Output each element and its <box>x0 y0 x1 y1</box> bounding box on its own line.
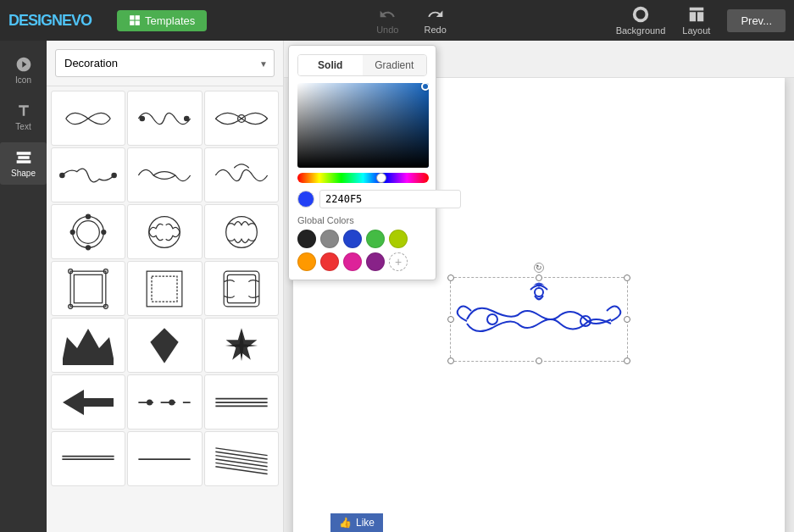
category-select[interactable]: Decoration Arrows Badges Frames Lines <box>55 49 275 77</box>
shape-item[interactable] <box>51 261 125 316</box>
shape-item[interactable] <box>127 147 202 202</box>
templates-label: Templates <box>145 14 195 27</box>
shape-item[interactable] <box>51 147 125 202</box>
tab-gradient[interactable]: Gradient <box>363 55 427 75</box>
svg-point-13 <box>86 214 91 219</box>
svg-rect-19 <box>70 271 106 307</box>
shape-item[interactable] <box>204 374 279 429</box>
preview-button[interactable]: Prev... <box>727 9 786 32</box>
hex-swatch <box>297 191 314 208</box>
sidebar-icons: Icon Text Shape <box>0 41 47 532</box>
global-color-dot[interactable] <box>297 230 316 248</box>
topbar: DESIGNEVO Templates Undo Redo Background… <box>0 0 794 41</box>
hue-slider-thumb <box>376 173 386 183</box>
svg-point-15 <box>86 245 91 249</box>
global-colors-grid: + <box>297 230 427 271</box>
templates-button[interactable]: Templates <box>117 10 207 31</box>
sidebar-item-icon[interactable]: Icon <box>0 49 47 91</box>
logo: DESIGNEVO <box>8 12 92 30</box>
svg-line-43 <box>215 466 267 474</box>
global-color-dot[interactable] <box>366 230 385 248</box>
global-color-dot[interactable] <box>343 230 362 248</box>
svg-rect-26 <box>152 276 177 302</box>
global-color-dot[interactable] <box>389 230 408 248</box>
svg-point-6 <box>141 116 145 120</box>
background-button[interactable]: Background <box>616 5 666 36</box>
shape-item[interactable] <box>127 374 202 429</box>
svg-point-31 <box>170 400 175 404</box>
shape-item[interactable] <box>51 91 125 146</box>
shape-item[interactable] <box>127 91 202 146</box>
shape-item[interactable] <box>51 204 125 259</box>
main-content: Icon Text Shape Decoration Arrows Badges… <box>0 41 794 532</box>
selection-container: ↻ <box>450 277 628 362</box>
svg-line-41 <box>215 452 267 459</box>
global-color-dot[interactable] <box>320 252 339 271</box>
svg-point-12 <box>77 220 100 243</box>
tab-solid[interactable]: Solid <box>298 55 363 75</box>
shapes-grid <box>47 86 283 490</box>
svg-point-30 <box>147 400 152 404</box>
global-color-dot[interactable] <box>297 252 316 271</box>
shape-item[interactable] <box>127 261 202 316</box>
color-tab-row: Solid Gradient <box>297 54 427 76</box>
shape-item[interactable] <box>51 318 125 373</box>
shape-item[interactable] <box>204 204 279 259</box>
svg-rect-27 <box>224 271 259 307</box>
shape-item[interactable] <box>204 431 279 486</box>
gradient-cursor[interactable] <box>421 83 429 91</box>
svg-rect-0 <box>130 15 134 19</box>
canvas-element[interactable]: ↻ <box>450 277 628 362</box>
layout-button[interactable]: Layout <box>682 5 710 36</box>
hue-slider[interactable] <box>297 173 429 183</box>
color-picker-popup: Solid Gradient Global Colors <box>288 45 436 280</box>
shapes-panel: Decoration Arrows Badges Frames Lines <box>47 41 284 532</box>
shape-item[interactable] <box>127 204 202 259</box>
svg-point-10 <box>112 173 116 177</box>
topbar-right: Background Layout Prev... <box>616 5 786 36</box>
shape-item[interactable] <box>51 374 125 429</box>
shape-item[interactable] <box>204 91 279 146</box>
rotate-handle[interactable]: ↻ <box>534 263 544 273</box>
shapes-header: Decoration Arrows Badges Frames Lines <box>47 41 283 86</box>
svg-point-14 <box>102 230 106 234</box>
svg-line-40 <box>215 463 267 470</box>
fb-like-thumb: 👍 <box>339 517 352 529</box>
sidebar-item-text[interactable]: Text <box>0 96 47 138</box>
global-color-dot[interactable] <box>343 252 362 271</box>
shape-item[interactable] <box>204 318 279 373</box>
svg-line-39 <box>215 459 267 467</box>
logo-evo: EVO <box>62 12 92 29</box>
svg-rect-2 <box>130 21 134 25</box>
fb-like-label: Like <box>356 517 375 529</box>
shape-item[interactable] <box>204 261 279 316</box>
svg-point-50 <box>487 314 497 324</box>
shape-item[interactable] <box>204 147 279 202</box>
hex-input[interactable] <box>319 190 461 208</box>
svg-point-16 <box>70 230 75 234</box>
color-gradient-canvas[interactable] <box>297 83 429 168</box>
fb-like-button[interactable]: 👍 Like <box>330 513 383 532</box>
svg-point-7 <box>185 116 189 120</box>
category-select-wrapper: Decoration Arrows Badges Frames Lines <box>55 49 275 77</box>
svg-rect-1 <box>136 15 140 19</box>
shape-item[interactable] <box>127 318 202 373</box>
logo-design: DESIGN <box>8 12 62 29</box>
decorative-element-svg <box>450 277 628 362</box>
global-color-dot[interactable] <box>320 230 339 248</box>
shape-item[interactable] <box>51 431 125 486</box>
svg-point-5 <box>636 10 646 19</box>
shape-item[interactable] <box>127 431 202 486</box>
color-picker-area: Solid Gradient Global Colors <box>284 41 794 532</box>
global-colors-label: Global Colors <box>297 215 427 225</box>
global-color-add[interactable]: + <box>389 252 408 271</box>
undo-button[interactable]: Undo <box>376 6 398 35</box>
topbar-center: Undo Redo <box>215 6 607 35</box>
svg-rect-28 <box>227 274 255 302</box>
global-color-dot[interactable] <box>366 252 385 271</box>
svg-point-9 <box>60 173 64 177</box>
svg-line-42 <box>215 447 267 455</box>
redo-button[interactable]: Redo <box>424 6 446 35</box>
svg-point-49 <box>535 288 543 296</box>
sidebar-item-shape[interactable]: Shape <box>0 142 47 185</box>
